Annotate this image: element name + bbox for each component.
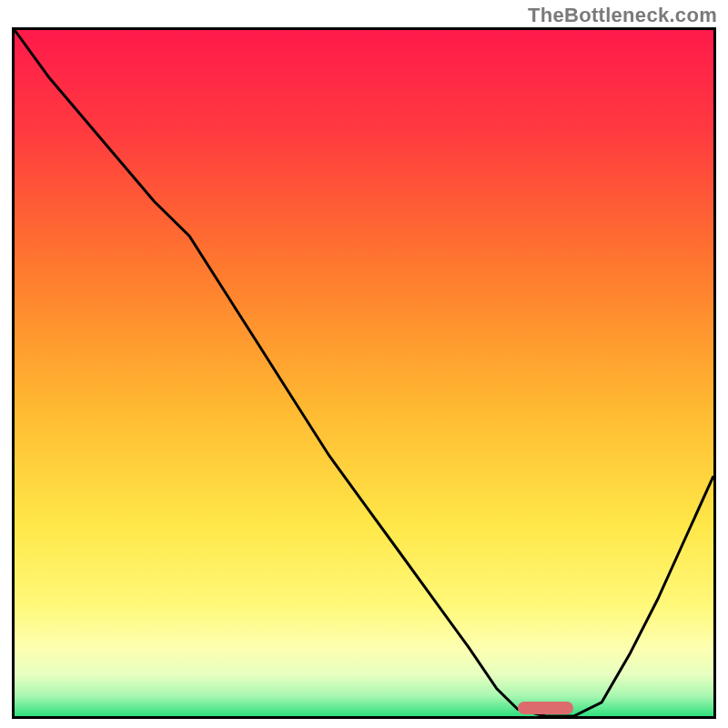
bottleneck-curve	[15, 30, 713, 716]
plot-area	[12, 27, 716, 719]
optimal-marker	[518, 702, 573, 714]
chart-container: TheBottleneck.com	[0, 0, 728, 728]
watermark-text: TheBottleneck.com	[528, 4, 717, 27]
